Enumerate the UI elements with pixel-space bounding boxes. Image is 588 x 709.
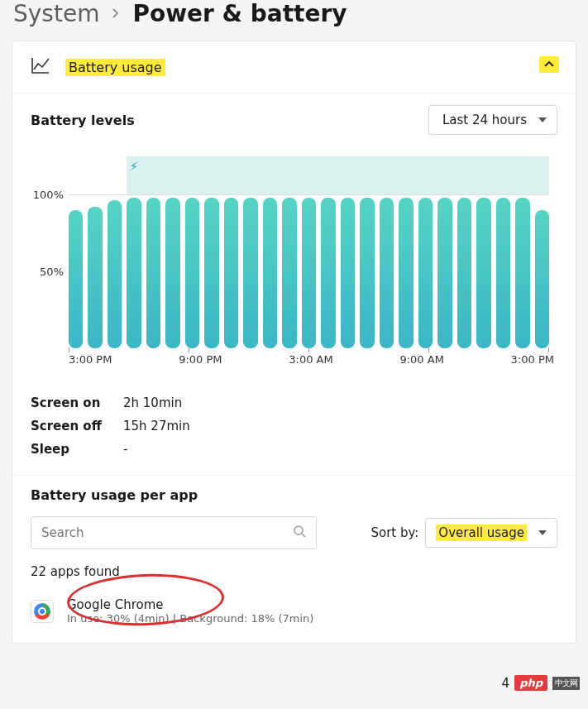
xtick	[548, 347, 549, 352]
sort-value: Overall usage	[436, 525, 527, 541]
chart-bar[interactable]	[418, 198, 433, 348]
chart-bar[interactable]	[476, 198, 490, 348]
chart-bar[interactable]	[146, 198, 160, 348]
chrome-icon	[31, 600, 54, 623]
sort-select[interactable]: Overall usage	[425, 518, 557, 548]
chart-bar[interactable]	[204, 198, 218, 348]
xtick-label: 9:00 PM	[179, 353, 222, 366]
search-input[interactable]	[41, 525, 293, 540]
chart-bar[interactable]	[185, 198, 199, 348]
chart-bar[interactable]	[282, 198, 296, 348]
app-row[interactable]: Google Chrome In use: 30% (4min) | Backg…	[31, 597, 557, 625]
battery-stats: Screen on2h 10minScreen off15h 27minSlee…	[31, 395, 557, 457]
xtick-label: 3:00 PM	[69, 353, 112, 366]
section-title-battery-usage: Battery usage	[65, 60, 165, 75]
app-name: Google Chrome	[67, 597, 313, 612]
watermark: 4 php 中文网	[502, 675, 580, 691]
chevron-right-icon	[111, 6, 121, 22]
chart-y-axis: 100% 50%	[31, 156, 69, 348]
battery-usage-header[interactable]: Battery usage	[12, 41, 576, 93]
chart-bar[interactable]	[302, 198, 316, 348]
chart-bar[interactable]	[341, 198, 355, 348]
page-title: Power & battery	[132, 0, 347, 27]
battery-per-app-section: Battery usage per app Sort by: Overall u…	[12, 475, 576, 643]
battery-levels-title: Battery levels	[31, 113, 135, 128]
stat-label: Sleep	[31, 442, 123, 457]
chart-bar[interactable]	[515, 198, 529, 348]
chevron-up-icon	[544, 60, 554, 69]
chart-bar[interactable]	[108, 200, 122, 348]
chart-bar[interactable]	[243, 198, 257, 348]
chart-bar[interactable]	[496, 198, 510, 348]
search-input-wrapper[interactable]	[31, 516, 317, 549]
stat-value: -	[123, 442, 557, 457]
battery-levels-section: Battery levels Last 24 hours 100% 50% ⚡ …	[12, 93, 576, 475]
xtick	[189, 347, 189, 352]
stat-label: Screen off	[31, 419, 123, 434]
xtick	[69, 347, 69, 352]
chart-bar[interactable]	[457, 198, 471, 348]
time-range-value: Last 24 hours	[442, 113, 527, 127]
line-chart-icon	[31, 56, 50, 78]
chart-plot-area: ⚡	[69, 156, 557, 348]
battery-chart: 100% 50% ⚡ 3:00 PM9:00 PM3:00 AM9:00 AM3…	[31, 156, 557, 366]
breadcrumb: System Power & battery	[0, 0, 588, 32]
chart-bar[interactable]	[399, 198, 413, 348]
xtick-label: 3:00 AM	[289, 353, 332, 366]
app-usage-detail: In use: 30% (4min) | Background: 18% (7m…	[67, 612, 313, 625]
stat-value: 15h 27min	[123, 419, 557, 434]
xtick	[308, 347, 309, 352]
stat-label: Screen on	[31, 395, 123, 410]
xtick-label: 9:00 AM	[399, 353, 443, 366]
chart-bar[interactable]	[535, 210, 549, 348]
chart-bar[interactable]	[360, 198, 374, 348]
xtick	[428, 347, 429, 352]
lightning-icon: ⚡	[130, 160, 138, 173]
chart-bar[interactable]	[69, 210, 83, 348]
ytick-50: 50%	[40, 266, 64, 278]
xtick-label: 3:00 PM	[511, 353, 554, 366]
collapse-button[interactable]	[539, 56, 559, 73]
chart-bar[interactable]	[321, 198, 335, 348]
breadcrumb-parent[interactable]: System	[13, 0, 99, 27]
sort-label: Sort by:	[370, 525, 418, 540]
chart-x-axis: 3:00 PM9:00 PM3:00 AM9:00 AM3:00 PM	[31, 353, 557, 366]
chart-bar[interactable]	[224, 198, 238, 348]
stat-value: 2h 10min	[123, 395, 557, 410]
search-icon	[293, 525, 306, 541]
apps-found-count: 22 apps found	[31, 564, 557, 579]
ytick-100: 100%	[33, 189, 64, 201]
chart-bar[interactable]	[165, 198, 179, 348]
chart-bar[interactable]	[263, 198, 277, 348]
battery-usage-panel: Battery usage Battery levels Last 24 hou…	[12, 41, 576, 644]
svg-point-0	[294, 526, 303, 534]
chart-bar[interactable]	[88, 207, 102, 348]
sort-control: Sort by: Overall usage	[370, 518, 557, 548]
time-range-select[interactable]: Last 24 hours	[428, 105, 557, 135]
chart-bar[interactable]	[437, 198, 452, 348]
per-app-title: Battery usage per app	[31, 487, 557, 503]
chart-bar[interactable]	[127, 198, 141, 348]
chart-bar[interactable]	[380, 198, 394, 348]
